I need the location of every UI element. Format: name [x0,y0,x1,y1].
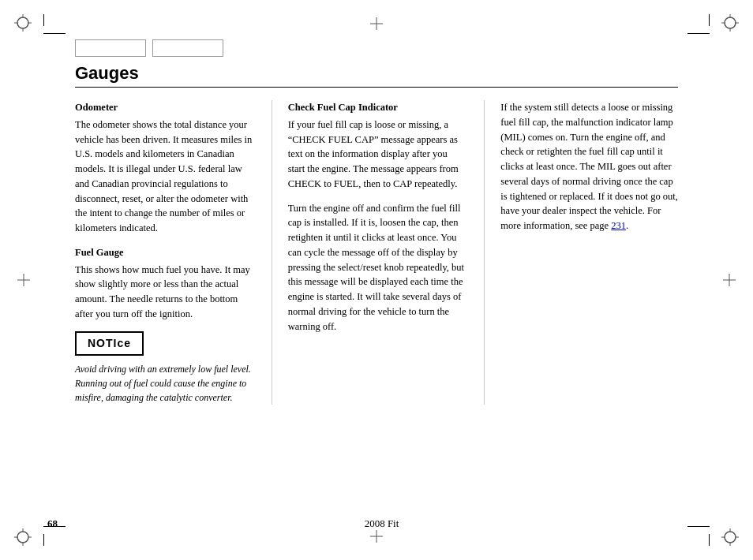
column-1: Odometer The odometer shows the total di… [75,100,272,405]
trim-tl-v [43,14,44,26]
notice-label: NOTIce [88,337,131,349]
page-title: Gauges [75,63,678,84]
cross-mark-top [370,17,383,30]
svg-point-15 [725,532,736,543]
svg-point-10 [17,532,28,543]
mil-text: If the system still detects a loose or m… [500,100,678,233]
trim-tr-h [687,33,710,34]
column-2: Check Fuel Cap Indicator If your fuel fi… [272,100,485,405]
fuel-gauge-heading: Fuel Gauge [75,245,253,260]
reg-mark-bl [14,528,32,546]
svg-point-5 [725,17,736,28]
trim-tr-v [709,14,710,26]
content-columns: Odometer The odometer shows the total di… [75,100,678,405]
cross-mark-left [17,274,30,286]
reg-mark-br [721,528,739,546]
notice-text: Avoid driving with an extremely low fuel… [75,362,253,405]
fuel-gauge-text: This shows how much fuel you have. It ma… [75,263,253,322]
reg-mark-tr [721,14,739,32]
check-fuel-cap-heading: Check Fuel Cap Indicator [288,100,466,115]
odometer-text: The odometer shows the total distance yo… [75,118,253,236]
column-3: If the system still detects a loose or m… [485,100,678,405]
tab-1[interactable] [75,39,146,57]
footer: 68 2008 Fit [0,517,753,530]
trim-br-v [709,534,710,546]
header-tabs [75,39,678,57]
cross-mark-bottom [370,530,383,543]
svg-point-0 [17,17,28,28]
title-rule [75,87,678,88]
cross-mark-right [723,274,736,286]
check-fuel-cap-text: If your fuel fill cap is loose or missin… [288,118,466,192]
footer-center: 2008 Fit [365,517,399,530]
notice-box: NOTIce [75,331,144,356]
page-link[interactable]: 231 [611,220,626,231]
footer-page-number: 68 [47,517,58,530]
tab-2[interactable] [152,39,223,57]
page: Gauges Odometer The odometer shows the t… [0,0,753,560]
check-fuel-cap-text-2: Turn the engine off and confirm the fuel… [288,201,466,334]
trim-bl-v [43,534,44,546]
reg-mark-tl [14,14,32,32]
odometer-heading: Odometer [75,100,253,115]
trim-tl-h [43,33,66,34]
